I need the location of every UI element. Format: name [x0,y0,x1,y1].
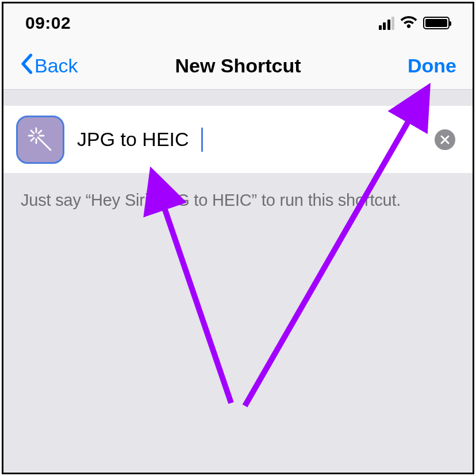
svg-line-6 [39,130,41,133]
shortcut-name-input[interactable]: JPG to HEIC [77,128,435,151]
clear-text-button[interactable] [435,129,455,150]
chevron-left-icon [20,53,33,79]
shortcut-icon-button[interactable] [17,117,63,163]
svg-line-4 [31,130,34,133]
close-icon [440,135,450,145]
status-time: 09:02 [25,13,71,33]
battery-icon [423,17,450,29]
svg-line-7 [38,137,51,150]
svg-line-5 [31,138,34,141]
nav-bar: Back New Shortcut Done [3,43,473,90]
status-bar: 09:02 [3,3,473,43]
shortcut-name-row: JPG to HEIC [3,106,473,173]
siri-hint-text: Just say “Hey Siri, JPG to HEIC” to run … [21,189,455,212]
wifi-icon [400,15,417,31]
back-button[interactable]: Back [20,53,78,79]
cellular-icon [379,17,395,30]
back-label: Back [34,55,78,77]
text-cursor [201,128,203,152]
section-gap [3,90,473,106]
done-button[interactable]: Done [408,55,456,77]
hint-section: Just say “Hey Siri, JPG to HEIC” to run … [3,173,473,472]
magic-wand-icon [26,126,54,153]
status-icons [379,15,450,31]
